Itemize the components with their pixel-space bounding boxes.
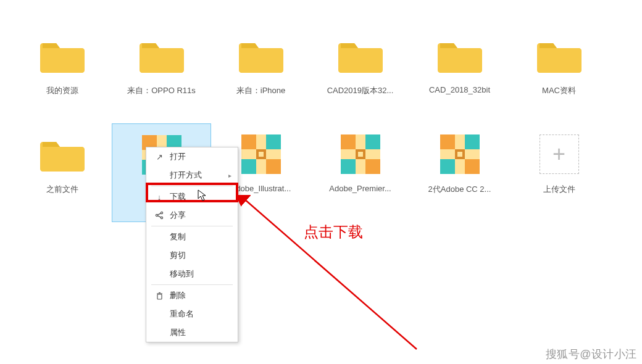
upload-item[interactable]: + 上传文件 (509, 123, 609, 222)
ctx-share[interactable]: 分享 (146, 206, 238, 225)
item-label: 来自：iPhone (236, 85, 285, 96)
ctx-label: 分享 (166, 210, 231, 221)
folder-icon (236, 31, 286, 80)
svg-point-10 (160, 217, 162, 218)
ctx-open[interactable]: ↗ 打开 (146, 147, 238, 166)
ctx-copy[interactable]: 复制 (146, 228, 238, 246)
folder-item[interactable]: 我的资源 (12, 25, 112, 123)
delete-icon (152, 292, 166, 300)
item-label: 我的资源 (46, 85, 78, 96)
folder-icon (137, 31, 186, 80)
ctx-label: 重命名 (166, 308, 231, 320)
archive-item[interactable]: 2代Adobe CC 2... (410, 123, 509, 222)
folder-item[interactable]: 来自：iPhone (211, 25, 311, 123)
ctx-label: 复制 (166, 231, 231, 242)
ctx-label: 移动到 (166, 268, 231, 279)
ctx-rename[interactable]: 重命名 (146, 305, 238, 323)
ctx-label: 打开方式 (166, 170, 228, 181)
folder-icon (38, 31, 87, 80)
open-icon: ↗ (152, 152, 166, 162)
upload-icon: + (535, 130, 584, 179)
item-label: 2代Adobe CC 2... (428, 184, 491, 195)
item-label: Adobe_Illustrat... (231, 184, 291, 193)
folder-icon (38, 130, 87, 179)
ctx-download[interactable]: ↓ 下载 (146, 188, 238, 206)
item-label: 来自：OPPO R11s (127, 85, 196, 96)
ctx-move-to[interactable]: 移动到 (146, 265, 238, 283)
ctx-properties[interactable]: 属性 (146, 323, 238, 342)
item-label: MAC资料 (542, 85, 576, 96)
ctx-separator (151, 186, 233, 186)
ctx-delete[interactable]: 删除 (146, 286, 238, 305)
archive-icon (236, 130, 286, 179)
item-label: Adobe_Premier... (329, 184, 391, 193)
folder-item[interactable]: 之前文件 (12, 123, 112, 222)
archive-icon (336, 130, 385, 179)
archive-icon (435, 130, 485, 179)
folder-item[interactable]: 来自：OPPO R11s (112, 25, 211, 123)
folder-icon (435, 31, 485, 80)
item-label: 上传文件 (543, 184, 575, 195)
file-grid: 我的资源 来自：OPPO R11s 来自：iPhone CAD2019版本32.… (0, 0, 642, 247)
ctx-label: 打开 (166, 151, 231, 162)
folder-icon (336, 31, 385, 80)
item-label: CAD_2018_32bit (429, 85, 490, 94)
archive-item[interactable]: Adobe_Premier... (311, 123, 410, 222)
svg-rect-13 (157, 294, 162, 299)
ctx-separator (151, 284, 233, 285)
ctx-separator (151, 226, 233, 226)
ctx-cut[interactable]: 剪切 (146, 246, 238, 265)
folder-item[interactable]: CAD_2018_32bit (410, 25, 509, 123)
chevron-right-icon: ▸ (228, 172, 231, 179)
svg-point-9 (160, 212, 162, 213)
ctx-label: 删除 (166, 290, 231, 301)
download-icon: ↓ (152, 192, 166, 202)
folder-icon (535, 31, 584, 80)
item-label: CAD2019版本32... (327, 85, 394, 96)
ctx-label: 下载 (166, 191, 231, 202)
share-icon (152, 211, 166, 220)
ctx-label: 属性 (166, 327, 231, 338)
folder-item[interactable]: CAD2019版本32... (311, 25, 410, 123)
svg-point-8 (156, 214, 157, 216)
svg-line-11 (157, 213, 160, 215)
svg-line-12 (157, 216, 160, 218)
folder-item[interactable]: MAC资料 (509, 25, 609, 123)
item-label: 之前文件 (46, 184, 78, 195)
context-menu: ↗ 打开 打开方式 ▸ ↓ 下载 分享 复制 剪切 移动到 删除 重命名 (146, 147, 238, 342)
watermark: 搜狐号@设计小汪 (546, 347, 637, 362)
ctx-open-with[interactable]: 打开方式 ▸ (146, 166, 238, 184)
ctx-label: 剪切 (166, 250, 231, 261)
